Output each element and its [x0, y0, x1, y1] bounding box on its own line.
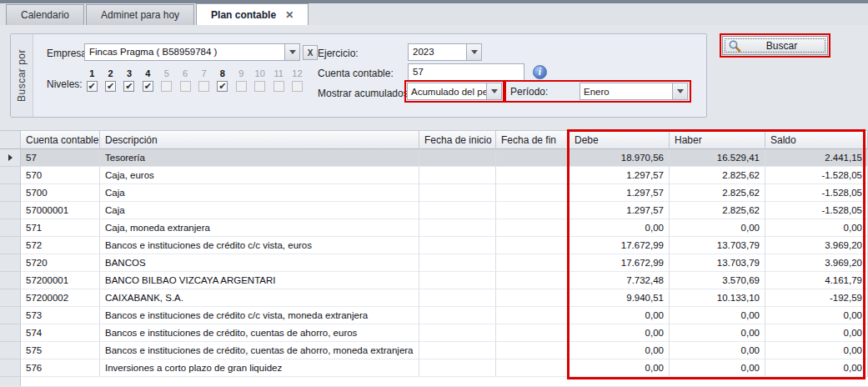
row-indicator-column-tail [0, 377, 21, 386]
nivel-checkbox[interactable] [292, 81, 303, 92]
cell-saldo: -1.528,05 [765, 184, 868, 202]
nivel-checkbox[interactable]: ✔ [143, 81, 153, 92]
column-header-fecha-fin[interactable]: Fecha de fin [496, 130, 569, 149]
column-header-debe[interactable]: Debe [569, 130, 670, 149]
table-row[interactable]: 574 Bancos e instituciones de crédito, c… [0, 324, 868, 342]
nivel-checkbox[interactable] [161, 81, 172, 92]
buscar-button[interactable]: Buscar [722, 36, 828, 55]
acumulados-dropdown-button[interactable] [486, 83, 501, 99]
row-indicator [0, 272, 21, 289]
tab-calendario[interactable]: Calendario [6, 4, 84, 25]
table-row[interactable]: 57 Tesorería 18.970,56 16.529,41 2.441,1… [0, 149, 868, 167]
empresa-clear-button[interactable]: X [303, 45, 318, 60]
cell-debe: 0,00 [569, 342, 670, 359]
cell-fecha-inicio [419, 219, 496, 237]
nivel-checkbox[interactable]: ✔ [105, 81, 116, 92]
nivel-checkbox[interactable] [273, 81, 284, 92]
cell-haber: 2.825,62 [670, 184, 765, 202]
cell-cuenta-contable: 57200002 [21, 289, 100, 307]
cell-debe: 18.970,56 [569, 149, 670, 167]
cuenta-contable-input[interactable]: 57 [408, 63, 524, 81]
column-header-descripcion[interactable]: Descripción [100, 130, 419, 149]
mostrar-acumulados-label: Mostrar acumulados: [318, 85, 411, 102]
header-row-indicator [0, 130, 21, 149]
nivel-column: 3 ✔ [120, 68, 138, 92]
table-row[interactable]: 57200002 CAIXABANK, S.A. 9.940,51 10.133… [0, 289, 868, 307]
column-header-haber[interactable]: Haber [670, 130, 765, 149]
nivel-number: 5 [164, 68, 169, 79]
table-row[interactable]: 575 Bancos e instituciones de crédito, c… [0, 342, 868, 359]
cell-descripcion: Bancos e instituciones de crédito, cuent… [100, 342, 419, 359]
cell-fecha-fin [496, 254, 569, 272]
cell-cuenta-contable: 5720 [21, 254, 100, 272]
table-row[interactable]: 57200001 BANCO BILBAO VIZCAYA ARGENTARI … [0, 272, 868, 289]
nivel-checkbox[interactable] [254, 81, 265, 92]
cell-haber: 0,00 [670, 359, 765, 377]
cell-cuenta-contable: 575 [21, 342, 100, 359]
row-indicator [0, 307, 21, 324]
cell-fecha-inicio [419, 324, 496, 342]
empresa-dropdown-button[interactable] [284, 44, 299, 60]
cell-haber: 10.133,10 [670, 289, 765, 307]
cell-saldo: 0,00 [765, 359, 868, 377]
row-indicator [0, 254, 21, 272]
nivel-number: 7 [201, 68, 206, 79]
acumulados-combobox[interactable]: Acumulado del período [407, 83, 502, 100]
nivel-column: 4 ✔ [138, 68, 157, 92]
table-row[interactable]: 570 Caja, euros 1.297,57 2.825,62 -1.528… [0, 167, 868, 184]
ejercicio-combobox[interactable]: 2023 [408, 43, 482, 61]
nivel-column: 10 [251, 68, 269, 92]
tab-plan-contable[interactable]: Plan contable ✕ [196, 3, 309, 25]
buscar-por-side-tab[interactable]: Buscar por [11, 34, 33, 117]
ejercicio-value: 2023 [409, 44, 466, 60]
nivel-column: 5 [158, 68, 176, 92]
column-header-saldo[interactable]: Saldo [765, 130, 868, 149]
cell-debe: 1.297,57 [569, 184, 670, 202]
cell-descripcion: Caja, moneda extranjera [100, 219, 419, 237]
cell-cuenta-contable: 570 [21, 167, 100, 184]
table-row[interactable]: 5720 BANCOS 17.672,99 13.703,79 3.969,20 [0, 254, 868, 272]
row-pointer-icon [8, 154, 13, 161]
cell-fecha-fin [496, 149, 569, 167]
empresa-combobox[interactable]: Fincas Pragma ( B58959784 ) [84, 43, 300, 61]
nivel-checkbox[interactable]: ✔ [123, 81, 134, 92]
nivel-column: 7 [194, 68, 213, 92]
ejercicio-dropdown-button[interactable] [466, 44, 481, 60]
cell-cuenta-contable: 57200001 [21, 272, 100, 289]
cell-fecha-inicio [419, 342, 496, 359]
cell-descripcion: Caja [100, 184, 419, 202]
nivel-checkbox[interactable] [236, 81, 247, 92]
cell-fecha-inicio [419, 184, 496, 202]
column-header-fecha-inicio[interactable]: Fecha de inicio [419, 130, 496, 149]
nivel-number: 2 [108, 68, 113, 79]
table-row[interactable]: 572 Bancos e instituciones de crédito c/… [0, 237, 868, 254]
table-header: Cuenta contable Descripción Fecha de ini… [0, 130, 868, 149]
cell-fecha-fin [496, 272, 569, 289]
cell-saldo: 3.969,20 [765, 254, 868, 272]
cell-debe: 17.672,99 [569, 254, 670, 272]
close-icon[interactable]: ✕ [285, 10, 294, 20]
table-row[interactable]: 571 Caja, moneda extranjera 0,00 0,00 0,… [0, 219, 868, 237]
chevron-down-icon [289, 50, 296, 54]
nivel-number: 4 [145, 68, 150, 79]
table-row[interactable]: 57000001 Caja 1.297,57 2.825,62 -1.528,0… [0, 202, 868, 219]
cell-haber: 0,00 [670, 342, 765, 359]
cell-haber: 2.825,62 [670, 202, 765, 219]
buscar-button-label: Buscar [741, 40, 822, 52]
ejercicio-label: Ejercicio: [318, 45, 359, 62]
periodo-dropdown-button[interactable] [672, 83, 687, 99]
nivel-checkbox[interactable] [198, 81, 209, 92]
nivel-checkbox[interactable]: ✔ [217, 81, 228, 92]
nivel-number: 3 [127, 68, 132, 79]
tab-adminet-para-hoy[interactable]: Adminet para hoy [86, 4, 194, 25]
table-row[interactable]: 576 Inversiones a corto plazo de gran li… [0, 359, 868, 377]
nivel-checkbox[interactable] [180, 81, 191, 92]
periodo-combobox[interactable]: Enero [580, 83, 688, 100]
cell-debe: 7.732,48 [569, 272, 670, 289]
table-row[interactable]: 5700 Caja 1.297,57 2.825,62 -1.528,05 [0, 184, 868, 202]
nivel-checkbox[interactable]: ✔ [87, 81, 98, 92]
table-row[interactable]: 573 Bancos e instituciones de crédito c/… [0, 307, 868, 324]
info-icon[interactable]: i [533, 65, 547, 79]
cell-haber: 16.529,41 [670, 149, 765, 167]
column-header-cuenta-contable[interactable]: Cuenta contable [21, 130, 100, 149]
